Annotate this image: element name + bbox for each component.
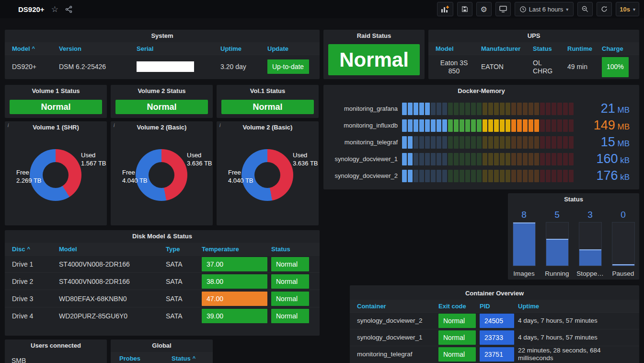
column-header-model[interactable]: Model — [436, 45, 481, 52]
update-status-badge: Up-to-date — [267, 59, 309, 74]
led-segment — [569, 136, 574, 149]
panel-title-users[interactable]: Users connected — [5, 340, 107, 352]
column-header-exit-code[interactable]: Exit code — [438, 303, 480, 310]
disk-status-cell: Normal — [271, 292, 313, 306]
column-header-probes[interactable]: Probes — [119, 355, 172, 362]
time-range-picker[interactable]: Last 6 hours ▾ — [515, 2, 574, 16]
column-header-status[interactable]: Status — [271, 246, 313, 253]
column-header-uptime[interactable]: Uptime — [518, 303, 632, 310]
led-segment — [454, 170, 459, 182]
star-icon[interactable]: ☆ — [51, 5, 58, 13]
column-header-model[interactable]: Model — [59, 246, 166, 253]
led-segment — [408, 170, 413, 182]
global-table-header: Probes Status^ — [111, 352, 213, 363]
led-segment — [402, 103, 407, 115]
used-label-block: Used 3.636 TB — [293, 151, 319, 167]
column-header-disc[interactable]: Disc^ — [12, 246, 59, 253]
panel-title-volume2-status[interactable]: Volume 2 Status — [111, 85, 213, 97]
exit-code-cell: Normal — [438, 314, 480, 328]
header-label: Version — [59, 45, 81, 52]
dashboard-settings-button[interactable]: ⚙ — [476, 2, 492, 16]
column-header-pid[interactable]: PID — [480, 303, 518, 310]
exit-code-cell: Normal — [438, 347, 480, 362]
gauge-value: 3 — [587, 210, 593, 221]
panel-title-volume1-status[interactable]: Volume 1 Status — [5, 85, 107, 97]
led-segment — [563, 136, 568, 149]
led-segment — [408, 103, 413, 115]
column-header-type[interactable]: Type — [166, 246, 202, 253]
refresh-icon-button[interactable] — [597, 2, 612, 16]
dashboard-title[interactable]: DS920+ — [18, 5, 45, 13]
led-segment — [442, 103, 447, 115]
panel-title-docker-memory[interactable]: Docker-Memory — [323, 85, 639, 97]
led-segment — [465, 153, 470, 165]
gauge-label: Images — [513, 270, 534, 277]
container-uptime: 4 days, 7 hours, 57 minutes — [518, 317, 632, 325]
led-segment — [552, 170, 556, 182]
panel-title-global[interactable]: Global — [111, 340, 213, 352]
led-segment — [523, 119, 528, 132]
panel-title-volume1-pie[interactable]: Volume 1 (SHR) — [5, 121, 107, 134]
led-segment — [534, 103, 539, 115]
memory-unit: MB — [615, 105, 630, 115]
header-label: Type — [166, 246, 180, 253]
header-label: PID — [480, 303, 490, 310]
dashboards-grid-icon[interactable] — [5, 6, 12, 12]
add-panel-button[interactable] — [437, 2, 453, 16]
navbar-right: ⚙ Last 6 hours ▾ 10s ▾ — [437, 2, 639, 16]
led-segment — [534, 136, 539, 149]
column-header-status[interactable]: Status — [533, 45, 567, 52]
column-header-container[interactable]: Container — [357, 303, 438, 310]
free-value: 4.040 TB — [228, 176, 258, 185]
header-label: Temperature — [202, 246, 239, 253]
panel-title-ups[interactable]: UPS — [428, 30, 639, 42]
column-header-update[interactable]: Update — [267, 45, 313, 52]
disk-status-badge: Normal — [271, 257, 309, 271]
led-segment — [552, 119, 556, 132]
memory-unit: kB — [618, 156, 630, 165]
info-icon[interactable]: i — [219, 123, 220, 128]
panel-title-status[interactable]: Status — [508, 193, 639, 206]
disk-temperature-cell: 39.00 — [202, 309, 271, 323]
column-header-status[interactable]: Status^ — [172, 355, 206, 362]
column-header-serial[interactable]: Serial — [137, 45, 220, 52]
panel-title-containers[interactable]: Container Overview — [350, 285, 639, 300]
disk-type: SATA — [166, 295, 202, 303]
disk-table-row: Drive 3WD80EFAX-68KNBN0SATA47.00Normal — [5, 290, 320, 307]
panel-title-volume2-pie[interactable]: Volume 2 (Basic) — [111, 121, 213, 134]
raid-status-value: Normal — [328, 44, 420, 75]
column-header-manufacturer[interactable]: Manufacturer — [481, 45, 533, 52]
led-segment — [477, 103, 482, 115]
cycle-view-mode-button[interactable] — [495, 2, 511, 16]
refresh-interval-picker[interactable]: 10s ▾ — [616, 2, 639, 16]
panel-title-volume2b-pie[interactable]: Volume 2 (Basic) — [217, 121, 319, 134]
header-label: Status — [271, 246, 290, 253]
panel-title-vol1-status[interactable]: Vol.1 Status — [217, 85, 319, 97]
zoom-out-button[interactable] — [577, 2, 593, 16]
gauge-fill — [579, 249, 601, 266]
led-segment — [402, 136, 407, 149]
panel-volume1-pie: i Volume 1 (SHR) Used 1.567 TB Free 2.26… — [5, 121, 107, 225]
column-header-uptime[interactable]: Uptime — [220, 45, 267, 52]
save-dashboard-button[interactable] — [457, 2, 472, 16]
led-segment — [437, 153, 441, 165]
led-segment — [425, 103, 430, 115]
docker-memory-row: synology_docviewer_1160 kB — [323, 151, 639, 167]
info-icon[interactable]: i — [8, 123, 9, 128]
containers-table-header: Container Exit code PID Uptime — [350, 300, 639, 312]
share-icon[interactable] — [65, 6, 72, 13]
panel-title-raid[interactable]: Raid Status — [323, 30, 425, 42]
panel-title-system[interactable]: System — [5, 30, 320, 42]
header-label: Probes — [119, 355, 140, 362]
info-icon[interactable]: i — [114, 123, 115, 128]
column-header-temperature[interactable]: Temperature — [202, 246, 271, 253]
docker-memory-body: monitoring_grafana21 MBmonitoring_influx… — [323, 97, 639, 184]
panel-title-disks[interactable]: Disk Model & Status — [5, 230, 320, 243]
led-segment — [431, 136, 436, 149]
memory-unit: MB — [615, 139, 630, 148]
column-header-version[interactable]: Version — [59, 45, 137, 52]
memory-number: 149 — [594, 118, 615, 132]
column-header-runtime[interactable]: Runtime — [567, 45, 602, 52]
column-header-charge[interactable]: Charge — [602, 45, 632, 52]
column-header-model[interactable]: Model^ — [12, 45, 59, 52]
